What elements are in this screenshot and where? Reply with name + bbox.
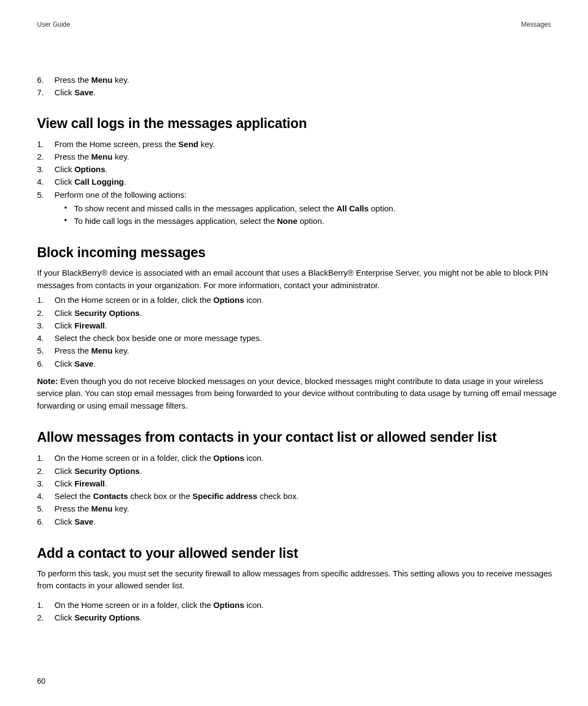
text: key. [113,504,130,513]
list-item: Click Security Options. [37,611,558,624]
text: icon. [244,600,264,610]
text: . [105,321,107,330]
bold-text: Menu [91,346,113,355]
list-item: Press the Menu key. [37,344,558,357]
text: Click [54,613,75,622]
bold-text: Security Options [75,466,140,476]
section-heading-allow-messages: Allow messages from contacts in your con… [37,429,558,445]
bold-text: Specific address [192,491,257,501]
section1-list: From the Home screen, press the Send key… [37,138,558,228]
text: . [140,466,142,476]
text: . [140,613,142,622]
text: . [105,165,107,174]
text: key. [113,75,130,84]
section2-note: Note: Even though you do not receive blo… [37,375,558,412]
list-item: Click Firewall. [37,319,558,332]
bold-text: Security Options [75,613,140,622]
text: Click [54,466,75,476]
page-header: User Guide Messages [37,21,551,28]
list-item: Perform one of the following actions: To… [37,188,558,228]
list-item: From the Home screen, press the Send key… [37,138,558,150]
text: Click [54,177,75,186]
continued-list: Press the Menu key. Click Save. [37,74,558,99]
page-content: Press the Menu key. Click Save. View cal… [37,74,558,624]
list-item: Click Security Options. [37,307,558,319]
text: option. [369,204,395,213]
text: Press the [54,504,91,513]
header-left: User Guide [37,21,70,28]
text: On the Home screen or in a folder, click… [54,453,213,462]
list-item: Click Save. [37,86,558,99]
bold-text: Security Options [75,308,140,318]
list-item: On the Home screen or in a folder, click… [37,294,558,306]
text: Perform one of the following actions: [54,190,187,199]
text: On the Home screen or in a folder, click… [54,600,213,610]
bold-text: Save [75,517,94,526]
text: Click [54,321,75,330]
bold-text: Options [213,295,244,305]
section2-list: On the Home screen or in a folder, click… [37,294,558,370]
list-item: Click Call Logging. [37,175,558,188]
text: . [94,517,96,526]
text: Click [54,165,75,174]
sub-bullet-list: To show recent and missed calls in the m… [64,202,558,228]
text: option. [297,216,324,226]
list-item: Select the Contacts check box or the Spe… [37,490,558,502]
bold-text: Save [75,359,94,368]
header-right: Messages [521,21,551,28]
section3-list: On the Home screen or in a folder, click… [37,452,558,528]
text: check box. [258,491,299,501]
bold-text: Contacts [93,491,128,501]
text: To show recent and missed calls in the m… [74,204,336,213]
text: key. [198,139,215,149]
bold-text: Options [213,600,244,610]
list-item: Click Options. [37,163,558,175]
list-item: Click Firewall. [37,477,558,490]
text: On the Home screen or in a folder, click… [54,295,213,305]
text: Click [54,88,75,97]
text: Click [54,308,75,318]
list-item: Press the Menu key. [37,150,558,163]
text: To hide call logs in the messages applic… [74,216,277,226]
bold-text: Menu [91,152,113,161]
bold-text: Options [213,453,244,462]
text: Click [54,359,75,368]
bullet-item: To show recent and missed calls in the m… [64,202,558,215]
bullet-item: To hide call logs in the messages applic… [64,215,558,227]
list-item: Select the check box beside one or more … [37,332,558,344]
text: Press the [54,346,91,355]
text: Press the [54,152,91,161]
text: Click [54,479,75,488]
list-item: On the Home screen or in a folder, click… [37,452,558,464]
text: . [94,88,96,97]
bold-text: Firewall [75,321,105,330]
text: Press the [54,75,91,84]
text: Select the check box beside one or more … [54,333,262,343]
section4-paragraph: To perform this task, you must set the s… [37,568,558,592]
note-label: Note: [37,376,58,386]
bold-text: Menu [91,75,113,84]
text: key. [113,152,130,161]
text: Select the [54,491,93,501]
text: Click [54,517,75,526]
page-number: 60 [37,677,46,685]
list-item: Click Save. [37,515,558,528]
list-item: Press the Menu key. [37,502,558,515]
bold-text: Call Logging [75,177,124,186]
bold-text: None [277,216,298,226]
list-item: Click Save. [37,357,558,370]
section-heading-add-contact: Add a contact to your allowed sender lis… [37,545,558,561]
bold-text: Options [75,165,106,174]
list-item: Click Security Options. [37,465,558,477]
bold-text: Firewall [75,479,105,488]
text: From the Home screen, press the [54,139,179,149]
bold-text: Menu [91,504,113,513]
bold-text: Save [75,88,94,97]
section2-paragraph: If your BlackBerry® device is associated… [37,267,558,291]
text: icon. [244,295,264,305]
text: . [94,359,96,368]
bold-text: Send [179,139,199,149]
text: . [140,308,142,318]
text: . [105,479,107,488]
section-heading-block-incoming: Block incoming messages [37,245,558,260]
